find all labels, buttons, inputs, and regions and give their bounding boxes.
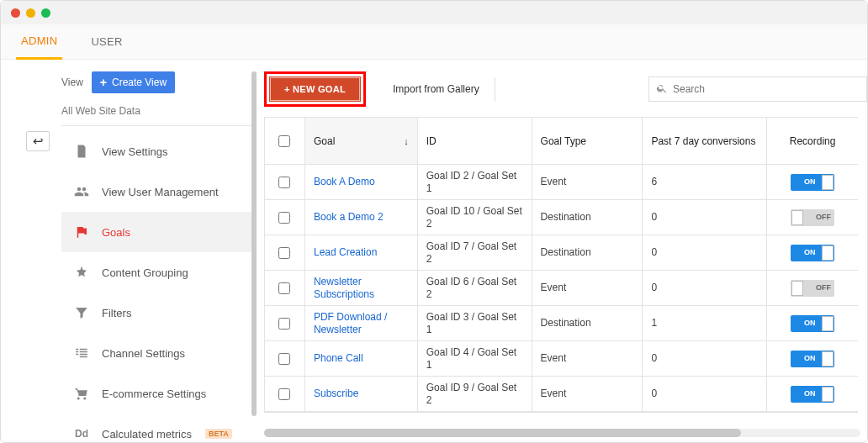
recording-toggle[interactable]: ON	[791, 386, 834, 403]
th-conversions[interactable]: Past 7 day conversions	[643, 118, 767, 165]
table-row: SubscribeGoal ID 9 / Goal Set 2Event0ON	[265, 377, 858, 412]
goal-type: Event	[532, 341, 643, 377]
sidebar-item-user-management[interactable]: View User Management	[61, 171, 253, 212]
sidebar-item-label: View Settings	[102, 145, 168, 158]
main-content: + NEW GOAL Import from Gallery Goal↓ ID …	[257, 60, 867, 442]
table-row: Lead CreationGoal ID 7 / Goal Set 2Desti…	[265, 235, 858, 271]
goal-conversions: 6	[643, 165, 767, 200]
horizontal-scrollbar[interactable]	[264, 429, 860, 437]
goal-conversions: 0	[643, 377, 767, 412]
search-icon	[656, 82, 668, 97]
goal-conversions: 0	[643, 271, 767, 306]
row-checkbox[interactable]	[278, 388, 290, 400]
sidebar-item-view-settings[interactable]: View Settings	[61, 131, 253, 171]
beta-badge: BETA	[205, 429, 232, 439]
goal-link[interactable]: Newsletter Subscriptions	[314, 276, 409, 301]
sidebar-item-ecommerce[interactable]: E-commerce Settings	[61, 373, 253, 414]
sidebar-item-label: Content Grouping	[102, 266, 188, 279]
row-checkbox[interactable]	[278, 282, 290, 294]
document-icon	[73, 143, 90, 160]
sidebar: ↩ View + Create View All Web Site Data V…	[1, 60, 257, 442]
th-id[interactable]: ID	[418, 118, 532, 165]
sidebar-scrollbar[interactable]	[251, 71, 257, 416]
goal-type: Event	[532, 165, 643, 200]
goal-id: Goal ID 4 / Goal Set 1	[418, 341, 532, 377]
window-titlebar	[1, 1, 867, 24]
import-gallery-link[interactable]: Import from Gallery	[378, 77, 495, 101]
goal-type: Event	[532, 271, 643, 306]
th-recording[interactable]: Recording	[767, 118, 858, 165]
create-view-label: Create View	[112, 76, 167, 88]
goal-conversions: 0	[643, 200, 767, 235]
goal-conversions: 0	[643, 235, 767, 271]
row-checkbox[interactable]	[278, 247, 290, 259]
goal-id: Goal ID 3 / Goal Set 1	[418, 306, 532, 341]
row-checkbox[interactable]	[278, 177, 290, 188]
channel-icon	[73, 345, 90, 361]
goal-link[interactable]: Book a Demo 2	[314, 211, 384, 224]
table-row: Phone CallGoal ID 4 / Goal Set 1Event0ON	[265, 341, 858, 377]
select-all-checkbox[interactable]	[278, 135, 290, 147]
th-goal[interactable]: Goal↓	[305, 118, 418, 165]
back-button[interactable]: ↩	[26, 131, 50, 151]
goal-id: Goal ID 7 / Goal Set 2	[418, 235, 532, 271]
th-check	[265, 118, 305, 165]
new-goal-highlight: + NEW GOAL	[264, 71, 366, 107]
view-label: View	[61, 76, 83, 88]
recording-toggle[interactable]: ON	[791, 351, 834, 367]
search-input[interactable]	[673, 83, 860, 95]
users-icon	[73, 183, 90, 200]
row-checkbox[interactable]	[278, 318, 290, 330]
table-header: Goal↓ ID Goal Type Past 7 day conversion…	[265, 118, 858, 165]
goal-conversions: 0	[643, 341, 767, 377]
goal-link[interactable]: Subscribe	[314, 388, 358, 400]
sidebar-item-label: Filters	[102, 307, 131, 319]
sidebar-item-channel-settings[interactable]: Channel Settings	[61, 333, 253, 373]
content-icon	[73, 264, 90, 281]
window-max-dot[interactable]	[41, 8, 50, 18]
goal-link[interactable]: Phone Call	[314, 352, 363, 365]
sort-arrow-icon: ↓	[404, 136, 409, 146]
table-row: Book A DemoGoal ID 2 / Goal Set 1Event6O…	[265, 165, 858, 200]
search-box[interactable]	[648, 76, 867, 102]
goal-link[interactable]: Book A Demo	[314, 176, 375, 188]
row-checkbox[interactable]	[278, 353, 290, 365]
sidebar-item-label: Channel Settings	[102, 347, 185, 360]
recording-toggle[interactable]: ON	[791, 174, 834, 191]
row-checkbox[interactable]	[278, 212, 290, 224]
goal-id: Goal ID 9 / Goal Set 2	[418, 377, 532, 412]
tab-admin[interactable]: ADMIN	[16, 24, 62, 60]
sidebar-item-label: View User Management	[102, 186, 219, 198]
goal-type: Destination	[532, 200, 643, 235]
new-goal-button[interactable]: + NEW GOAL	[270, 77, 360, 101]
recording-toggle[interactable]: OFF	[791, 280, 834, 297]
sidebar-item-calculated-metrics[interactable]: Dd Calculated metrics BETA	[61, 414, 253, 442]
goal-link[interactable]: Lead Creation	[314, 246, 377, 259]
sidebar-item-label: Goals	[102, 226, 130, 239]
view-name: All Web Site Data	[61, 93, 253, 126]
sidebar-item-filters[interactable]: Filters	[61, 293, 253, 333]
table-row: Newsletter SubscriptionsGoal ID 6 / Goal…	[265, 271, 858, 306]
window-min-dot[interactable]	[26, 8, 35, 18]
recording-toggle[interactable]: OFF	[791, 209, 834, 226]
goal-type: Event	[532, 377, 643, 412]
sidebar-menu: View Settings View User Management Goals…	[61, 131, 253, 442]
sidebar-item-label: Calculated metrics	[102, 428, 192, 440]
tab-user[interactable]: USER	[86, 25, 127, 58]
top-tabs: ADMIN USER	[1, 24, 867, 60]
goal-id: Goal ID 6 / Goal Set 2	[418, 271, 532, 306]
recording-toggle[interactable]: ON	[791, 245, 834, 261]
sidebar-item-label: E-commerce Settings	[102, 388, 206, 400]
sidebar-item-content-grouping[interactable]: Content Grouping	[61, 252, 253, 293]
recording-toggle[interactable]: ON	[791, 315, 834, 332]
window-close-dot[interactable]	[11, 8, 20, 18]
create-view-button[interactable]: + Create View	[92, 71, 175, 93]
goal-id: Goal ID 10 / Goal Set 2	[418, 200, 532, 235]
goal-link[interactable]: PDF Download / Newsletter	[314, 311, 409, 336]
th-type[interactable]: Goal Type	[532, 118, 643, 165]
goal-id: Goal ID 2 / Goal Set 1	[418, 165, 532, 200]
goal-type: Destination	[532, 306, 643, 341]
goal-conversions: 1	[643, 306, 767, 341]
sidebar-item-goals[interactable]: Goals	[61, 212, 253, 252]
filter-icon	[73, 304, 90, 321]
